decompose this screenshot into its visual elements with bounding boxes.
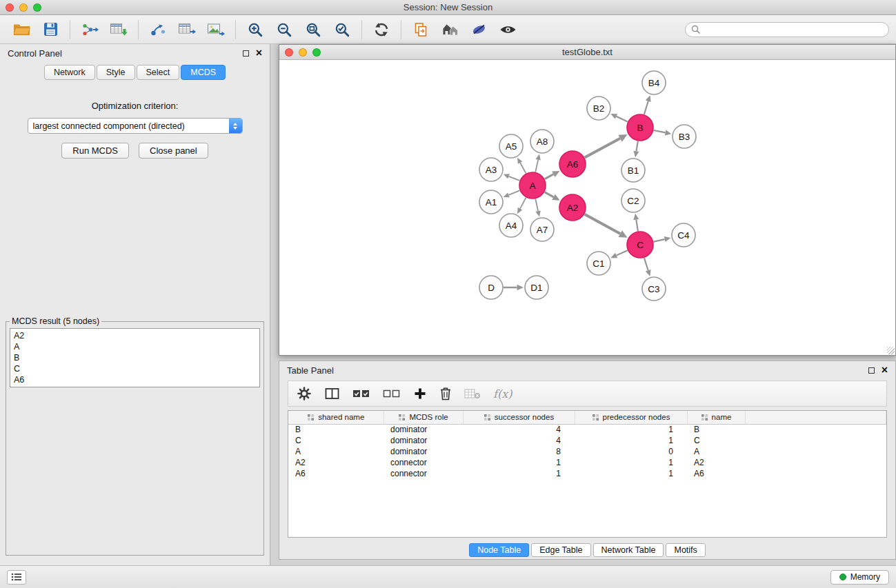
network-canvas[interactable]: B4B2BB3A5A8A6B1A3AC2A1A2A4A7C4CC1C3DD1 [279, 60, 895, 355]
import-table-button[interactable] [104, 18, 133, 41]
deselect-all-rows-button[interactable] [383, 383, 401, 404]
copy-style-button[interactable] [406, 18, 435, 41]
mcds-result-item[interactable]: A [14, 341, 256, 352]
tab-mcds[interactable]: MCDS [181, 65, 226, 80]
zoom-network-button[interactable] [312, 48, 321, 57]
function-builder-button[interactable]: f(x) [493, 383, 512, 404]
graph-node-C1[interactable]: C1 [587, 252, 610, 275]
tab-node-table[interactable]: Node Table [469, 543, 529, 557]
close-panel-icon[interactable]: × [256, 48, 262, 59]
graph-node-A7[interactable]: A7 [530, 218, 554, 241]
graph-node-A4[interactable]: A4 [499, 214, 523, 237]
minimize-window-button[interactable] [19, 3, 28, 12]
delete-column-button[interactable] [439, 383, 452, 404]
graph-node-B3[interactable]: B3 [673, 125, 696, 148]
tab-style[interactable]: Style [97, 65, 135, 80]
close-window-button[interactable] [6, 3, 14, 12]
graph-node-C4[interactable]: C4 [672, 223, 695, 247]
float-panel-icon[interactable] [243, 50, 249, 57]
graph-node-A6[interactable]: A6 [559, 151, 586, 177]
graph-edge-A-A2[interactable] [545, 192, 554, 197]
table-row[interactable]: A2connector11A2 [288, 457, 886, 468]
close-network-button[interactable] [285, 48, 293, 57]
graph-node-A2[interactable]: A2 [559, 194, 586, 221]
graph-edge-B-B4[interactable] [644, 101, 648, 114]
graph-node-D[interactable]: D [479, 276, 503, 299]
graph-edge-C-C2[interactable] [636, 220, 638, 232]
save-session-button[interactable] [36, 18, 65, 41]
import-network-button[interactable] [75, 18, 104, 41]
export-table-button[interactable] [172, 18, 201, 41]
export-network-button[interactable] [143, 18, 172, 41]
tab-motifs[interactable]: Motifs [666, 543, 705, 557]
graph-edge-B-B1[interactable] [636, 141, 637, 152]
show-graphics-button[interactable] [493, 18, 522, 41]
show-columns-button[interactable] [324, 383, 340, 404]
graph-edge-A-A5[interactable] [520, 163, 526, 173]
node-table-container[interactable]: shared name MCDS role successor nodes pr… [288, 410, 887, 538]
toolbar-search[interactable] [685, 22, 889, 37]
add-column-button[interactable] [413, 383, 427, 404]
graph-node-B1[interactable]: B1 [621, 159, 645, 182]
graph-edge-A2-C[interactable] [585, 214, 621, 234]
mcds-result-item[interactable]: A2 [14, 330, 256, 341]
run-mcds-button[interactable]: Run MCDS [61, 143, 129, 159]
graph-edge-A6-B[interactable] [585, 139, 620, 158]
table-row[interactable]: Adominator80A [288, 446, 886, 457]
network-window-titlebar[interactable]: testGlobe.txt [279, 45, 895, 60]
zoom-selected-button[interactable] [328, 18, 357, 41]
table-row[interactable]: Bdominator41B [288, 424, 886, 435]
zoom-out-button[interactable] [270, 18, 299, 41]
graph-node-A1[interactable]: A1 [479, 190, 503, 214]
mcds-result-list[interactable]: A2ABCA6 [10, 328, 260, 387]
tab-network[interactable]: Network [44, 65, 95, 80]
graph-node-C2[interactable]: C2 [621, 189, 645, 212]
graph-edge-B-B3[interactable] [654, 130, 666, 132]
task-history-button[interactable] [7, 570, 26, 585]
tab-edge-table[interactable]: Edge Table [531, 543, 590, 557]
table-settings-button[interactable] [297, 383, 312, 404]
graph-edge-C-C4[interactable] [654, 239, 665, 242]
graph-node-C3[interactable]: C3 [642, 277, 666, 301]
graph-node-A8[interactable]: A8 [530, 130, 554, 153]
graph-node-A[interactable]: A [519, 172, 546, 199]
column-header-successor-nodes[interactable]: successor nodes [463, 411, 575, 424]
close-table-panel-icon[interactable]: × [882, 365, 888, 376]
column-header-MCDS-role[interactable]: MCDS role [384, 411, 463, 424]
graph-node-A5[interactable]: A5 [499, 134, 523, 158]
mcds-result-item[interactable]: B [14, 352, 256, 363]
graph-edge-A-A3[interactable] [509, 176, 520, 181]
float-table-panel-icon[interactable] [868, 367, 875, 374]
memory-button[interactable]: Memory [830, 570, 889, 585]
graph-node-C[interactable]: C [627, 232, 653, 258]
clear-table-button[interactable] [464, 383, 481, 404]
search-input[interactable] [704, 25, 883, 34]
export-image-button[interactable] [201, 18, 230, 41]
graph-edge-A-A8[interactable] [535, 160, 538, 172]
graph-edge-A-A4[interactable] [520, 198, 526, 209]
open-session-button[interactable] [7, 18, 36, 41]
mcds-result-item[interactable]: C [14, 363, 256, 374]
column-header-shared-name[interactable]: shared name [288, 411, 384, 424]
graph-edge-A-A6[interactable] [545, 174, 554, 179]
select-all-rows-button[interactable] [352, 383, 370, 404]
close-panel-button[interactable]: Close panel [139, 143, 208, 159]
graph-edge-C-C3[interactable] [644, 258, 648, 270]
graph-edge-A-A1[interactable] [508, 190, 519, 194]
mcds-result-item[interactable]: A6 [14, 374, 256, 385]
table-row[interactable]: A6connector11A6 [288, 468, 886, 479]
zoom-fit-button[interactable] [299, 18, 328, 41]
hide-details-button[interactable] [464, 18, 493, 41]
zoom-in-button[interactable] [241, 18, 270, 41]
resize-grip[interactable] [887, 347, 895, 354]
graph-edge-A-A7[interactable] [535, 199, 538, 212]
tab-select[interactable]: Select [137, 65, 180, 80]
graph-node-A3[interactable]: A3 [479, 158, 503, 181]
optimization-criterion-select[interactable]: largest connected component (directed) [28, 118, 243, 134]
graph-edge-C-C1[interactable] [617, 250, 628, 255]
show-all-networks-button[interactable] [435, 18, 464, 41]
graph-node-D1[interactable]: D1 [525, 276, 548, 299]
apply-layout-button[interactable] [367, 18, 396, 41]
table-row[interactable]: Cdominator41C [288, 435, 886, 446]
graph-node-B4[interactable]: B4 [642, 71, 666, 94]
